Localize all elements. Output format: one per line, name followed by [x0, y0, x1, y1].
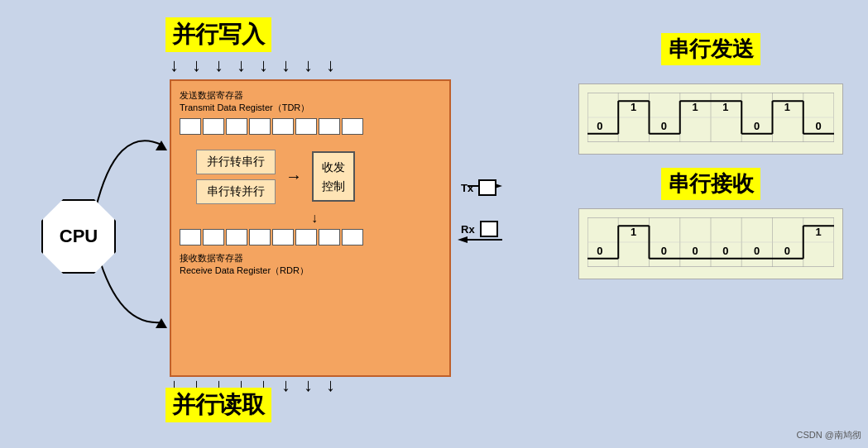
- rdr-cell-3: [226, 229, 247, 245]
- tx-line: Tx: [461, 179, 498, 196]
- diagram-area: 并行写入 ↓ ↓ ↓ ↓ ↓ ↓ ↓ ↓ 发送数据寄存器 Transmit Da…: [25, 17, 538, 431]
- tdr-cell-6: [295, 118, 317, 135]
- serial-area: 串行发送: [578, 33, 843, 284]
- converter-arrow-right: →: [285, 167, 302, 186]
- rdr-cell-7: [319, 229, 340, 245]
- svg-text:0: 0: [754, 245, 760, 257]
- svg-text:1: 1: [693, 101, 698, 113]
- serial-receive-title-container: 串行接收: [578, 163, 843, 200]
- arrow-down-5: ↓: [259, 55, 268, 76]
- svg-text:0: 0: [754, 120, 760, 132]
- arrow-down-7: ↓: [304, 55, 313, 76]
- svg-text:1: 1: [816, 226, 822, 238]
- tdr-cell-2: [203, 118, 224, 135]
- tdr-label: 发送数据寄存器 Transmit Data Register（TDR）: [180, 89, 441, 115]
- cpu-shape: CPU: [41, 199, 124, 282]
- arrow-down-b6: ↓: [281, 374, 290, 396]
- serial-send-title-container: 串行发送: [578, 33, 843, 75]
- arrow-down-6: ↓: [281, 55, 290, 76]
- svg-text:1: 1: [722, 101, 728, 113]
- svg-text:0: 0: [816, 120, 822, 132]
- rdr-cell-5: [272, 229, 294, 245]
- arrow-down-b8: ↓: [326, 374, 335, 396]
- arrow-down-3: ↓: [214, 55, 223, 76]
- receive-waveform-svg: 0 1 0 0 0 0 0 1: [587, 217, 834, 267]
- cpu-octagon: CPU: [41, 199, 116, 274]
- svg-text:0: 0: [661, 245, 667, 257]
- control-box: 收发 控制: [312, 151, 355, 202]
- parallel-write-label: 并行写入: [165, 17, 271, 52]
- arrow-down-4: ↓: [237, 55, 246, 76]
- svg-text:0: 0: [784, 245, 790, 257]
- parallel-read-label: 并行读取: [165, 388, 271, 422]
- tdr-cell-4: [249, 118, 271, 135]
- tx-label: Tx: [461, 182, 473, 194]
- arrow-down-1: ↓: [170, 55, 179, 76]
- cpu-label: CPU: [60, 226, 98, 247]
- rdr-label: 接收数据寄存器 Receive Data Register（RDR）: [180, 252, 441, 278]
- main-container: 并行写入 ↓ ↓ ↓ ↓ ↓ ↓ ↓ ↓ 发送数据寄存器 Transmit Da…: [0, 0, 868, 448]
- svg-text:1: 1: [631, 101, 636, 113]
- converter-down-arrow: ↓: [188, 211, 441, 226]
- converter-boxes: 并行转串行 串行转并行: [196, 150, 276, 204]
- rx-label: Rx: [461, 223, 475, 236]
- tdr-cell-3: [226, 118, 247, 135]
- rdr-cell-6: [295, 229, 317, 245]
- svg-text:1: 1: [631, 226, 636, 238]
- serial-to-parallel-box: 串行转并行: [196, 179, 276, 204]
- tx-rx-container: Tx Rx: [461, 179, 498, 237]
- arrow-down-b7: ↓: [304, 374, 313, 396]
- svg-text:0: 0: [693, 245, 698, 257]
- rdr-cell-2: [203, 229, 224, 245]
- rdr-cell-1: [180, 229, 201, 245]
- top-arrows: ↓ ↓ ↓ ↓ ↓ ↓ ↓ ↓: [170, 55, 335, 76]
- tdr-cell-1: [180, 118, 201, 135]
- serial-send-title: 串行发送: [661, 33, 760, 65]
- svg-text:0: 0: [661, 120, 667, 132]
- serial-receive-title: 串行接收: [661, 168, 760, 200]
- send-waveform-container: 0 1 0 1 1 0 1 0: [578, 83, 843, 155]
- arrow-down-2: ↓: [192, 55, 201, 76]
- svg-text:0: 0: [597, 120, 602, 132]
- svg-text:0: 0: [597, 245, 602, 257]
- rx-line: Rx: [461, 221, 498, 237]
- tx-square: [478, 179, 496, 196]
- receive-waveform-container: 0 1 0 0 0 0 0 1: [578, 208, 843, 279]
- main-register-box: 发送数据寄存器 Transmit Data Register（TDR） 并行转串…: [170, 79, 451, 377]
- parallel-to-serial-box: 并行转串行: [196, 150, 276, 174]
- watermark: CSDN @南鸠彻: [797, 429, 861, 441]
- rdr-cell-8: [342, 229, 363, 245]
- rdr-register-cells: [180, 229, 441, 245]
- tdr-cell-7: [319, 118, 340, 135]
- svg-text:1: 1: [784, 101, 790, 113]
- tdr-cell-8: [342, 118, 363, 135]
- arrow-down-8: ↓: [326, 55, 335, 76]
- rdr-cell-4: [249, 229, 271, 245]
- tdr-cell-5: [272, 118, 294, 135]
- send-waveform-svg: 0 1 0 1 1 0 1 0: [587, 93, 834, 142]
- rx-square: [480, 221, 498, 237]
- converters-section: 并行转串行 串行转并行 → 收发 控制: [196, 150, 441, 204]
- tdr-register-cells: [180, 118, 441, 135]
- svg-text:0: 0: [722, 245, 728, 257]
